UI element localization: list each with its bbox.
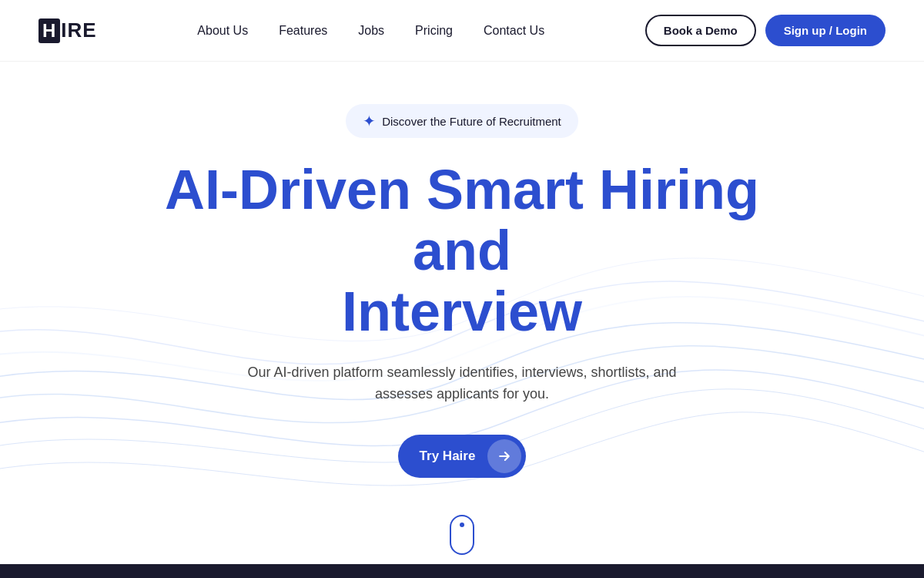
nav-features[interactable]: Features — [279, 24, 327, 37]
nav-jobs[interactable]: Jobs — [358, 24, 384, 37]
logo[interactable]: HIRE — [38, 18, 97, 43]
nav-pricing[interactable]: Pricing — [415, 24, 453, 37]
nav-links: About Us Features Jobs Pricing Contact U… — [197, 24, 544, 38]
bottom-bar — [0, 564, 924, 578]
signup-button[interactable]: Sign up / Login — [765, 15, 886, 46]
navbar: HIRE About Us Features Jobs Pricing Cont… — [0, 0, 924, 62]
arrow-right-icon — [497, 449, 512, 464]
hero-section: ✦ Discover the Future of Recruitment AI-… — [0, 62, 924, 578]
sparkle-icon: ✦ — [363, 112, 376, 130]
cta-arrow-icon — [487, 439, 521, 473]
try-haire-button[interactable]: Try Haire — [398, 435, 527, 478]
hero-title-line1: AI-Driven Smart Hiring and — [165, 159, 759, 281]
hero-subtitle: Our AI-driven platform seamlessly identi… — [246, 361, 678, 406]
scroll-indicator — [450, 515, 474, 555]
nav-about[interactable]: About Us — [197, 24, 248, 37]
hero-title-line2: Interview — [342, 281, 582, 342]
logo-ire: IRE — [61, 18, 96, 42]
nav-actions: Book a Demo Sign up / Login — [645, 15, 886, 46]
hero-title: AI-Driven Smart Hiring and Interview — [154, 160, 770, 343]
scroll-dot — [460, 523, 464, 527]
discovery-badge: ✦ Discover the Future of Recruitment — [346, 104, 578, 138]
cta-label: Try Haire — [420, 449, 488, 464]
logo-h: H — [38, 18, 60, 43]
badge-text: Discover the Future of Recruitment — [382, 115, 561, 128]
scroll-mouse-icon — [450, 515, 474, 555]
book-demo-button[interactable]: Book a Demo — [645, 15, 756, 46]
nav-contact[interactable]: Contact Us — [484, 24, 544, 37]
